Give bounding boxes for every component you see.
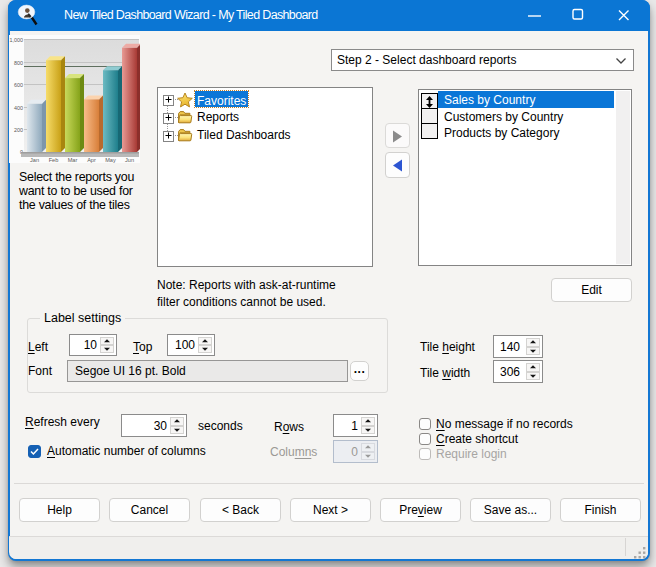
svg-text:800: 800 [14,60,23,66]
svg-text:Jan: Jan [30,157,39,163]
svg-text:200: 200 [14,127,23,133]
svg-text:May: May [105,157,116,163]
svg-text:Jun: Jun [125,157,134,163]
svg-text:Apr: Apr [87,157,96,163]
svg-text:1,000: 1,000 [10,37,24,43]
svg-text:600: 600 [14,82,23,88]
svg-text:Mar: Mar [68,157,78,163]
svg-text:400: 400 [14,105,23,111]
svg-text:Feb: Feb [49,157,59,163]
